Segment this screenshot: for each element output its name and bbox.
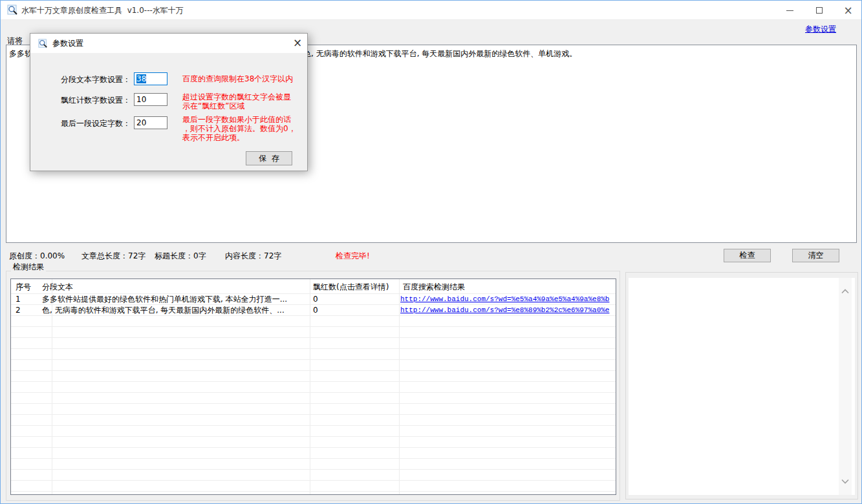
table-grid: [11, 294, 616, 494]
close-icon: ×: [843, 5, 852, 16]
field-hint-last-segment-chars: 最后一段字数如果小于此值的话，则不计入原创算法。数值为0，表示不开启此项。: [182, 115, 296, 142]
row-baidu-link[interactable]: http://www.baidu.com/s?wd=%e5%a4%9a%e5%a…: [400, 294, 609, 304]
settings-dialog: 参数设置 × 分段文本字数设置： 38 百度的查询限制在38个汉字以内 飘红计数…: [30, 33, 308, 171]
title-bar: 水军十万文章原创度检查工具 v1.0---水军十万 ×: [1, 1, 862, 20]
row-index: 2: [16, 305, 21, 315]
scroll-down-icon[interactable]: [841, 477, 849, 486]
row-red-count[interactable]: 0: [313, 305, 318, 315]
save-button[interactable]: 保 存: [246, 151, 292, 165]
row-segment-text: 多多软件站提供最好的绿色软件和热门单机游戏下载, 本站全力打造一...: [42, 294, 287, 304]
table-header-redcount[interactable]: 飘红数(点击查看详情): [313, 282, 389, 293]
status-check-done: 检查完毕!: [336, 251, 370, 262]
field-input-red-count-chars[interactable]: [134, 93, 167, 106]
status-content-length: 内容长度：72字: [225, 251, 281, 262]
status-title-length: 标题长度：0字: [155, 251, 206, 262]
app-window: { "window": { "title": "水军十万文章原创度检查工具 v1…: [0, 0, 862, 504]
article-text-fragment-right: 色, 无病毒的软件和游戏下载平台, 每天最新国内外最新的绿色软件、单机游戏。: [303, 48, 577, 59]
row-segment-text: 色, 无病毒的软件和游戏下载平台, 每天最新国内外最新的绿色软件、...: [42, 305, 285, 315]
table-header-segment[interactable]: 分段文本: [42, 282, 73, 293]
article-text-fragment-left: 多多软: [9, 48, 32, 59]
magnifier-dialog-icon: [38, 39, 48, 50]
status-total-length: 文章总长度：72字: [81, 251, 145, 262]
selected-text: 38: [136, 74, 146, 83]
table-header-index[interactable]: 序号: [16, 282, 31, 293]
field-hint-red-count-chars: 超过设置字数的飘红文字会被显示在“飘红数”区域: [182, 92, 296, 110]
scroll-up-icon[interactable]: [841, 287, 849, 296]
detail-panel: [625, 272, 858, 499]
dialog-close-button[interactable]: ×: [288, 34, 307, 53]
window-title: 水军十万文章原创度检查工具 v1.0---水军十万: [21, 1, 184, 20]
results-table: 序号 分段文本 飘红数(点击查看详情) 百度搜索检测结果 1 多多软件站提供最好…: [10, 278, 616, 495]
table-row: 2 色, 无病毒的软件和游戏下载平台, 每天最新国内外最新的绿色软件、... 0…: [11, 305, 616, 316]
dialog-title-bar: 参数设置 ×: [30, 34, 307, 53]
maximize-button[interactable]: [804, 1, 834, 20]
detail-panel-content[interactable]: [629, 278, 855, 495]
row-red-count[interactable]: 0: [313, 294, 318, 304]
field-hint-segment-chars: 百度的查询限制在38个汉字以内: [182, 74, 296, 83]
results-group-label: 检测结果: [11, 262, 46, 273]
window-controls: ×: [775, 1, 862, 20]
maximize-icon: [816, 7, 823, 14]
field-input-segment-chars[interactable]: 38: [134, 72, 167, 85]
minimize-button[interactable]: [775, 1, 804, 20]
table-header-baidu-result[interactable]: 百度搜索检测结果: [403, 282, 465, 293]
table-row: 1 多多软件站提供最好的绿色软件和热门单机游戏下载, 本站全力打造一... 0 …: [11, 294, 616, 305]
field-input-last-segment-chars[interactable]: [134, 116, 167, 129]
row-index: 1: [16, 294, 21, 304]
dialog-title: 参数设置: [52, 34, 83, 53]
scrollbar[interactable]: [839, 278, 852, 495]
magnifier-app-icon: [7, 5, 18, 17]
check-button[interactable]: 检查: [724, 249, 771, 262]
field-label-red-count-chars: 飘红计数字数设置：: [50, 94, 131, 107]
field-label-last-segment-chars: 最后一段设定字数：: [50, 117, 131, 130]
close-button[interactable]: ×: [834, 1, 862, 20]
row-baidu-link[interactable]: http://www.baidu.com/s?wd=%e8%89%b2%2c%e…: [400, 305, 609, 315]
close-icon: ×: [293, 36, 302, 49]
minimize-icon: [786, 10, 793, 11]
clear-button[interactable]: 清空: [792, 249, 839, 262]
status-originality: 原创度：0.00%: [9, 251, 65, 262]
settings-link[interactable]: 参数设置: [805, 24, 836, 35]
field-label-segment-chars: 分段文本字数设置：: [50, 73, 131, 86]
